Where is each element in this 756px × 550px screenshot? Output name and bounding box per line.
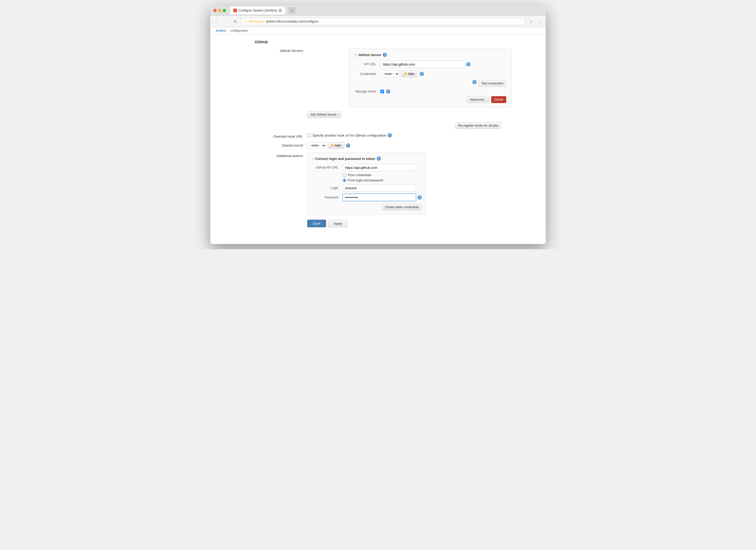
main-content: GitHub GitHub Servers ⣿ GitHub Server ? [210,34,546,244]
breadcrumb: Jenkins › configuration [210,27,546,34]
breadcrumb-jenkins[interactable]: Jenkins [215,29,226,33]
maximize-button[interactable] [223,9,226,12]
drag-handle-icon[interactable]: ⣿ [355,53,357,57]
github-server-title: GitHub Server [358,53,381,57]
refresh-button[interactable]: ↻ [232,18,239,25]
override-hook-url-checkbox[interactable] [307,133,311,137]
close-button[interactable] [213,9,217,12]
test-connection-help-icon[interactable]: ? [472,80,477,84]
additional-actions-control: ⣿ Convert login and password to token ? … [307,153,512,214]
override-hook-url-label: Override Hook URL [255,133,307,138]
api-url-input[interactable] [380,61,464,68]
traffic-lights [213,9,226,12]
credentials-row: Credentials - none - 🔑 Add ▾ [355,71,506,77]
manage-hooks-checkbox[interactable] [380,90,384,93]
save-button[interactable]: Save [307,220,326,227]
convert-help-icon[interactable]: ? [377,157,381,161]
shared-secret-help-icon[interactable]: ? [346,143,350,148]
convert-api-url-row: GitHub API URL [312,164,422,171]
add-server-dropdown-icon: ▾ [338,114,339,116]
breadcrumb-configuration: configuration [230,29,248,33]
hook-url-checkbox-row: Specify another hook url for GitHub conf… [307,133,386,137]
github-server-box: ⣿ GitHub Server ? API URL ? [349,48,512,107]
from-credentials-option[interactable]: From credentials [343,173,422,177]
security-label: Not Secure [249,20,264,23]
toolbar-icons: ☆ ⋮ [527,18,543,25]
api-url-label: API URL [355,62,378,66]
shared-secret-control: - none - 🔑 Add ▾ ? [307,142,512,149]
active-tab[interactable]: J Configure System [Jenkins] × [230,7,285,14]
api-url-help-icon[interactable]: ? [466,62,471,66]
key-icon: 🔑 [403,72,407,76]
password-input-group: ? [343,194,422,201]
manage-hooks-row: Manage hooks ? [355,89,506,94]
server-section-header: ⣿ GitHub Server ? [355,53,506,57]
github-server-help-icon[interactable]: ? [383,53,387,57]
convert-drag-handle-icon[interactable]: ⣿ [312,157,314,160]
from-credentials-radio[interactable] [343,173,346,177]
login-input[interactable] [343,184,416,192]
manage-hooks-help-icon[interactable]: ? [386,89,390,94]
credentials-control: - none - 🔑 Add ▾ ? [380,71,506,77]
breadcrumb-separator: › [228,29,229,32]
apply-button[interactable]: Apply [328,220,348,227]
github-servers-section: GitHub Servers ⣿ GitHub Server ? API URL [255,48,512,118]
override-hook-url-control: Specify another hook url for GitHub conf… [307,133,512,137]
back-button[interactable]: ← [213,18,220,25]
shared-secret-label: Shared secret [255,142,307,147]
minimize-button[interactable] [218,9,221,12]
security-icon: ⚠ [245,20,247,23]
credentials-add-button[interactable]: 🔑 Add ▾ [401,71,418,77]
convert-title: Convert login and password to token [315,157,375,161]
password-input[interactable] [343,194,416,201]
additional-actions-row: Additional actions ⣿ Convert login and p… [255,153,512,214]
shared-secret-add-label: Add [335,144,340,147]
shared-secret-row: Shared secret - none - 🔑 Add ▾ ? [255,142,512,149]
titlebar: J Configure System [Jenkins] × + [210,5,546,16]
shared-secret-key-icon: 🔑 [330,144,334,147]
tab-favicon: J [233,9,237,12]
radio-group: From credentials From login and password [343,173,422,182]
override-hook-url-row: Override Hook URL Specify another hook u… [255,133,512,138]
github-section-title: GitHub [255,40,512,44]
re-register-button[interactable]: Re-register hooks for all jobs [455,122,501,129]
advanced-button[interactable]: Advanced... [467,96,489,103]
add-dropdown-arrow-icon: ▾ [414,73,415,75]
addressbar: ← → ↻ ⚠ Not Secure jenkins.k8s.kumorilab… [210,16,546,27]
credentials-label: Credentials [355,72,378,76]
forward-button[interactable]: → [222,18,230,25]
convert-api-url-input[interactable] [343,164,416,171]
manage-hooks-control: ? [380,89,506,94]
override-hook-url-help-icon[interactable]: ? [388,133,392,137]
menu-button[interactable]: ⋮ [536,18,543,25]
favorite-button[interactable]: ☆ [527,18,535,25]
password-row: Password ? [312,194,422,201]
create-token-row: Create token credentials [312,204,422,211]
shared-secret-add-button[interactable]: 🔑 Add ▾ [328,142,344,149]
from-login-label: From login and password [348,179,383,182]
github-servers-label: GitHub Servers [255,48,307,118]
override-hook-url-description: Specify another hook url for GitHub conf… [312,133,386,137]
tab-close-button[interactable]: × [278,9,282,12]
create-token-button[interactable]: Create token credentials [382,204,422,211]
shared-secret-dropdown-icon: ▾ [341,144,342,147]
shared-secret-select[interactable]: - none - [307,142,326,149]
test-connection-row: ? Test connection [355,80,506,87]
delete-button[interactable]: Delete [491,96,506,103]
from-login-radio[interactable] [343,179,346,182]
server-content: ⣿ GitHub Server ? API URL ? [307,48,512,118]
password-help-icon[interactable]: ? [418,195,422,199]
tab-title: Configure System [Jenkins] [239,9,277,12]
add-label: Add [408,72,413,76]
api-url-row: API URL ? [355,61,506,68]
add-server-row: Add GitHub Server ▾ [307,111,512,118]
api-url-control: ? [380,61,506,68]
credentials-select[interactable]: - none - [380,71,399,77]
add-github-server-button[interactable]: Add GitHub Server ▾ [307,111,342,118]
credentials-help-icon[interactable]: ? [420,72,424,76]
new-tab-button[interactable]: + [288,7,296,14]
test-connection-button[interactable]: Test connection [479,80,506,87]
address-bar[interactable]: ⚠ Not Secure jenkins.k8s.kumorilabs.com/… [241,18,525,25]
from-login-option[interactable]: From login and password [343,179,422,182]
manage-hooks-label: Manage hooks [355,90,378,93]
